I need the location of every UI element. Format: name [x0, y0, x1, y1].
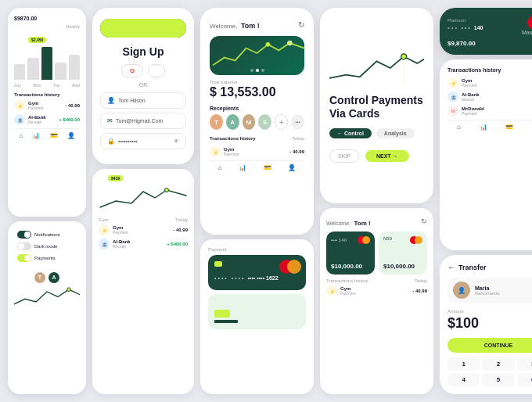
txn-history-title-main: Transactions history	[210, 136, 256, 141]
skip-button[interactable]: SKIP	[329, 149, 359, 163]
continue-button[interactable]: CONTINUE	[448, 338, 532, 353]
recipient-4[interactable]: S	[258, 114, 271, 130]
numpad-6[interactable]: 6	[517, 373, 532, 386]
txn-gym-main: ⚡ Gym Payment - 40.99	[210, 146, 304, 157]
control-payments-panel: Control Payments Via Cards ← Control Ana…	[320, 8, 433, 203]
txn-bank-amount: + $460.00	[59, 117, 80, 122]
mc-yellow-circle	[287, 260, 301, 274]
txn5-gym-info: Gym Payment	[462, 78, 532, 88]
name-value: Tom Hilson	[118, 98, 179, 103]
transfer-recipient-card: 👤 Maria Nascimento	[448, 278, 532, 303]
numpad-1[interactable]: 1	[448, 357, 480, 371]
numpad-5[interactable]: 5	[482, 373, 514, 386]
amount-label-transfer: Amount	[448, 309, 532, 314]
card-number-row: •••• •••• •••• •••• 1622	[214, 275, 279, 281]
bottom-nav: ⌂ 📊 💳 👤	[14, 128, 80, 141]
nav-home-main[interactable]: ⌂	[218, 164, 222, 171]
card-chip	[214, 261, 222, 267]
numpad-4[interactable]: 4	[448, 373, 480, 386]
nav-user-icon[interactable]: 👤	[67, 132, 75, 139]
google-btn[interactable]: G	[121, 64, 143, 77]
refresh-icon[interactable]: ↻	[298, 20, 304, 29]
mc-orange-2	[415, 236, 422, 244]
txn-gym-amount-main: - 40.99	[289, 149, 304, 154]
bar-1	[14, 64, 25, 80]
signup-phone: Sign Up G OR 👤 Tom Hilson ✉ Tom@Higmail.…	[92, 8, 194, 164]
numpad-3[interactable]: 3	[517, 357, 532, 371]
control-chart-area	[329, 48, 424, 88]
card-widget-header: Platinum ••• ••• 140 Mastercard	[448, 16, 532, 35]
card-number-display: ••• ••• 140	[448, 24, 483, 31]
nav-card-icon[interactable]: 💳	[50, 132, 58, 139]
back-arrow-btn[interactable]: ←	[448, 263, 455, 271]
nav-buttons: SKIP NEXT →	[329, 149, 424, 163]
txn-header-row: Transactions history Today	[210, 136, 304, 144]
wave-background	[100, 19, 186, 38]
toggle-row-2: Dark mode	[17, 242, 77, 250]
numpad-2[interactable]: 2	[482, 357, 514, 371]
column-3: Welcome, Tom ! ↻ Total balance $ 13,55	[200, 8, 314, 394]
nav-cards-main[interactable]: 💳	[264, 164, 271, 171]
card-digits: •••• •••• 1622	[248, 275, 279, 281]
txn-gym-info: Gym Payment	[28, 101, 62, 110]
txn5-gym-icon: ⚡	[448, 77, 458, 88]
welcome-text-block: Welcome, Tom !	[210, 17, 260, 31]
analysis-tab[interactable]: Analysis	[376, 128, 415, 138]
signup-title: Sign Up	[123, 45, 164, 58]
chart-label-4: Wed	[72, 83, 80, 88]
wave-shape	[100, 19, 186, 38]
nav5-cards[interactable]: 💳	[505, 124, 513, 131]
dot-1	[250, 69, 253, 72]
nav-profile-main[interactable]: 👤	[288, 164, 296, 171]
email-input[interactable]: ✉ Tom@Higmail.Com	[100, 113, 186, 129]
nav-stats-main[interactable]: 📊	[239, 164, 246, 171]
chart-label-3: Tue	[53, 83, 59, 88]
nav5-home[interactable]: ⌂	[457, 124, 461, 131]
email-value: Tom@Higmail.Com	[116, 118, 179, 124]
bottom-gym-row: ⚡ Gym Payment - 40.99	[326, 285, 427, 296]
card-widget: Platinum ••• ••• 140 Mastercard $9,870.0…	[440, 8, 532, 55]
txn5-bank: 🏦 AI-Bank deposit + $4	[448, 92, 532, 102]
bottom-txn-title: Transactions history	[326, 278, 368, 283]
txn-title-label: Gym	[99, 217, 109, 222]
column-2: Sign Up G OR 👤 Tom Hilson ✉ Tom@Higmail.…	[92, 8, 194, 394]
txn-today-header: Gym Today	[99, 217, 188, 222]
txn5-bank-icon: 🏦	[448, 92, 458, 102]
txn-bank-amount-2: + $460.00	[167, 242, 188, 246]
next-button[interactable]: NEXT →	[365, 150, 409, 162]
name-input[interactable]: 👤 Tom Hilson	[100, 92, 186, 109]
nav-chart-icon[interactable]: 📊	[32, 132, 40, 139]
card-dots: •••• ••••	[214, 275, 246, 281]
txn5-bank-info: AI-Bank deposit	[462, 92, 532, 102]
transfer-header: ← Transfer	[448, 263, 532, 271]
toggle-3[interactable]	[17, 254, 31, 262]
bar-chart	[14, 45, 80, 80]
txn-bank-sub-2: Receipt	[113, 244, 164, 249]
dot-2[interactable]	[256, 69, 259, 72]
recipient-2[interactable]: A	[226, 114, 239, 130]
apple-btn[interactable]	[148, 64, 165, 77]
welcome2-text: Welcome, Tom !	[326, 214, 371, 228]
avatar-2: A	[49, 272, 59, 283]
nav-home-icon[interactable]: ⌂	[19, 132, 23, 139]
chart-pagination-dots	[250, 69, 264, 72]
card2-header: N50	[383, 236, 422, 244]
nav5-stats[interactable]: 📊	[480, 124, 487, 131]
recipient-3[interactable]: M	[243, 114, 256, 130]
control-tab[interactable]: ← Control	[329, 128, 372, 138]
refresh-icon-2[interactable]: ↻	[421, 217, 427, 225]
bar-3-active	[41, 47, 52, 80]
recipient-1[interactable]: T	[210, 114, 223, 130]
txn-panel-title: Transactions history	[448, 67, 532, 73]
txn-gym-sub-2: Payment	[113, 230, 170, 235]
password-input[interactable]: 🔒 •••••••••• 👁	[100, 133, 186, 149]
txn-gym-info-main: Gym Payment	[224, 147, 286, 156]
toggle-2[interactable]	[17, 242, 31, 250]
card-widget-info: Platinum ••• ••• 140	[448, 18, 483, 33]
toggle-1[interactable]	[17, 231, 31, 239]
txn-bank-info: AI-Bank Receipt	[28, 115, 56, 124]
more-recipients[interactable]: •••	[291, 114, 304, 130]
add-recipient-btn[interactable]: +	[275, 114, 288, 130]
welcome2-name: Tom !	[354, 220, 370, 227]
txn5-mcd: M McDonald Payment	[448, 106, 532, 117]
